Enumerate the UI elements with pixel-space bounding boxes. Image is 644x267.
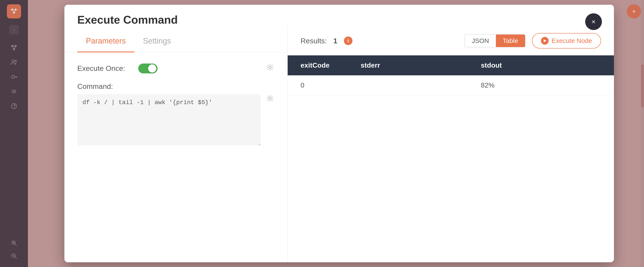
view-table-button[interactable]: Table	[496, 34, 525, 47]
svg-marker-32	[544, 39, 546, 42]
command-label: Command:	[77, 82, 274, 90]
execute-once-label: Execute Once:	[77, 64, 133, 72]
view-json-button[interactable]: JSON	[465, 34, 496, 47]
execute-once-settings-icon[interactable]	[266, 63, 274, 74]
results-count: 1	[334, 37, 338, 45]
svg-point-30	[269, 66, 271, 68]
execute-once-row: Execute Once:	[77, 63, 274, 74]
table-header: exitCode stderr stdout	[288, 55, 614, 75]
play-icon	[541, 37, 549, 45]
tab-settings[interactable]: Settings	[134, 30, 180, 52]
execute-node-label: Execute Node	[552, 37, 592, 44]
command-section: Command:	[77, 82, 274, 146]
execute-once-toggle[interactable]	[138, 64, 158, 74]
tab-parameters[interactable]: Parameters	[77, 30, 134, 52]
modal-title: Execute Command	[77, 13, 178, 26]
command-row	[77, 94, 274, 146]
parameters-panel: Parameters Settings Execute Once:	[64, 26, 288, 262]
close-button[interactable]: ×	[585, 13, 602, 30]
results-header: Results: 1 i JSON Table Execute Nod	[288, 26, 614, 55]
svg-point-31	[269, 97, 271, 99]
modal-body: Parameters Settings Execute Once:	[64, 26, 614, 262]
results-label: Results:	[300, 37, 327, 45]
header-exitcode: exitCode	[300, 62, 361, 69]
toggle-knob	[148, 64, 156, 72]
command-settings-icon[interactable]	[266, 94, 274, 104]
results-panel: Results: 1 i JSON Table Execute Nod	[288, 26, 614, 262]
cell-exitcode: 0	[300, 81, 361, 89]
results-table: exitCode stderr stdout 0 82%	[288, 55, 614, 262]
execute-node-button[interactable]: Execute Node	[532, 33, 601, 48]
header-stdout: stdout	[481, 62, 601, 69]
view-toggle: JSON Table	[464, 34, 526, 48]
command-input[interactable]	[77, 94, 260, 146]
table-row: 0 82%	[288, 75, 614, 96]
cell-stderr	[361, 81, 481, 89]
info-icon[interactable]: i	[344, 36, 352, 45]
cell-stdout: 82%	[481, 81, 601, 89]
execute-command-modal: Execute Command × Parameters Settings Ex…	[64, 5, 614, 262]
parameters-content: Execute Once: Command:	[64, 52, 287, 262]
header-stderr: stderr	[361, 62, 481, 69]
modal-header: Execute Command ×	[64, 5, 614, 26]
tab-bar: Parameters Settings	[64, 30, 287, 52]
